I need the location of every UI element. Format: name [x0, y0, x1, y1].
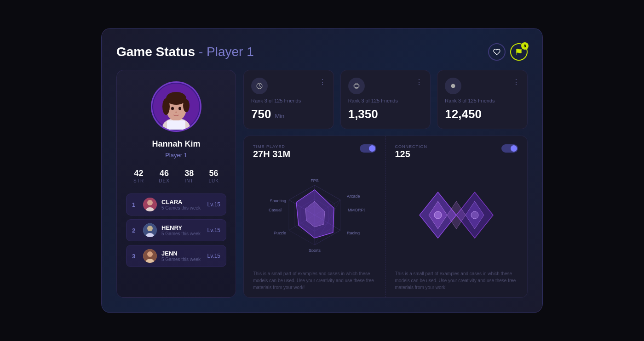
right-panel: ⋮ Rank 3 of 125 Friends 750 Min	[243, 70, 528, 298]
leader-avatar-3	[143, 249, 157, 263]
leader-info-3: JENN 5 Games this week	[161, 250, 203, 262]
flag-button[interactable]: 8	[510, 43, 528, 61]
header-icons: 8	[488, 43, 528, 61]
header: Game Status - Player 1 8	[116, 43, 528, 61]
page-title: Game Status - Player 1	[116, 45, 254, 59]
svg-point-24	[451, 84, 455, 88]
svg-point-44	[434, 211, 442, 219]
svg-point-6	[162, 98, 170, 115]
leader-avatar-1	[143, 198, 157, 211]
player-name: Hannah Kim	[152, 139, 200, 149]
left-panel: Hannah Kim Player 1 42 STR 46 DEX 38 INT…	[116, 70, 236, 298]
svg-text:Puzzle: Puzzle	[274, 231, 286, 235]
avatar	[151, 81, 201, 132]
stat-luk: 56 LUK	[208, 169, 218, 183]
card-menu-1[interactable]: ⋮	[319, 78, 326, 86]
card-menu-3[interactable]: ⋮	[512, 78, 520, 86]
panel-half-left: TIME PLAYED 27H 31M	[244, 136, 386, 297]
card-icon-1	[251, 78, 268, 94]
list-item[interactable]: 1 CLARA 5 Games this week Lv.15	[126, 193, 226, 216]
stat-int: 38 INT	[184, 169, 194, 183]
leaderboard: 1 CLARA 5 Games this week Lv.15	[126, 193, 226, 267]
leader-rank-2: 2	[132, 227, 138, 234]
stat-card-1: ⋮ Rank 3 of 125 Friends 750 Min	[243, 70, 334, 129]
svg-point-19	[147, 251, 153, 257]
page-subtitle: - Player 1	[199, 45, 254, 59]
card-icon-2	[348, 78, 365, 94]
svg-point-47	[471, 211, 478, 219]
list-item[interactable]: 2 HENRY 5 Games this week Lv.15	[126, 219, 226, 241]
svg-point-16	[147, 226, 153, 231]
svg-text:Shooting: Shooting	[270, 199, 286, 203]
stat-dex: 46 DEX	[159, 169, 170, 183]
stat-card-3: ⋮ Rank 3 of 125 Friends 12,450	[437, 70, 528, 129]
player-role: Player 1	[165, 152, 187, 159]
notification-badge: 8	[521, 42, 529, 50]
svg-text:Racing: Racing	[347, 231, 360, 235]
leader-avatar-2	[143, 223, 157, 237]
radar-chart: FPS Arcade Racing Sports Puzzle Shooting…	[253, 162, 376, 267]
connection-visual	[395, 162, 518, 267]
svg-text:Arcade: Arcade	[347, 194, 360, 199]
leader-info-1: CLARA 5 Games this week	[161, 199, 203, 210]
svg-point-7	[183, 99, 190, 112]
svg-point-13	[147, 200, 153, 205]
cards-row: ⋮ Rank 3 of 125 Friends 750 Min	[243, 70, 528, 129]
svg-point-8	[171, 107, 174, 110]
main-content: Hannah Kim Player 1 42 STR 46 DEX 38 INT…	[116, 70, 528, 298]
list-item[interactable]: 3 JENN 5 Games this week Lv.15	[126, 245, 226, 267]
leader-info-2: HENRY 5 Games this week	[161, 224, 203, 236]
app-container: Game Status - Player 1 8	[101, 28, 543, 313]
svg-rect-11	[167, 120, 185, 130]
leader-rank-3: 3	[132, 253, 138, 260]
leader-rank-1: 1	[132, 201, 138, 208]
svg-text:FPS: FPS	[310, 178, 319, 183]
svg-text:Casual: Casual	[269, 208, 282, 212]
card-menu-2[interactable]: ⋮	[415, 78, 423, 86]
svg-text:Sports: Sports	[309, 248, 321, 252]
bottom-panel: TIME PLAYED 27H 31M	[243, 136, 528, 298]
panel-half-right: CONNECTION 125	[386, 136, 528, 297]
stats-row: 42 STR 46 DEX 38 INT 56 LUK	[126, 166, 226, 186]
toggle-right[interactable]	[501, 144, 518, 153]
stat-card-2: ⋮ Rank 3 of 125 Friends 1,350	[340, 70, 431, 129]
svg-point-9	[178, 107, 181, 110]
svg-text:MMORPG: MMORPG	[348, 208, 365, 212]
svg-marker-48	[447, 201, 466, 229]
card-icon-3	[445, 78, 461, 94]
toggle-left[interactable]	[360, 144, 376, 153]
stat-str: 42 STR	[133, 169, 144, 183]
svg-point-10	[175, 112, 177, 113]
heart-button[interactable]	[488, 43, 506, 61]
